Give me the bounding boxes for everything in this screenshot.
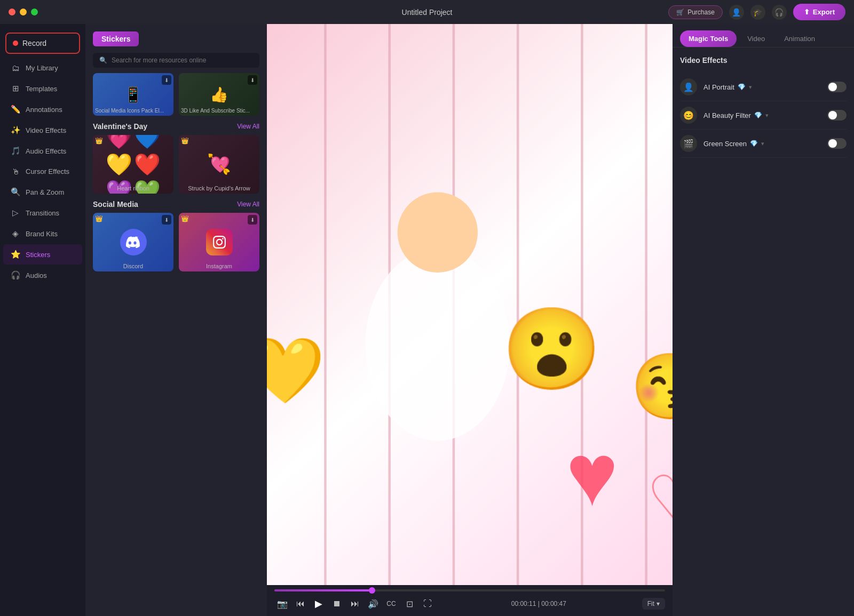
export-button[interactable]: ⬆ Export (793, 4, 845, 20)
caption-button[interactable]: CC (383, 596, 399, 612)
transitions-icon: ▷ (11, 208, 20, 218)
app-title: Untitled Project (402, 8, 453, 17)
download-icon-discord[interactable]: ⬇ (162, 215, 171, 225)
sidebar-item-templates[interactable]: ⊞ Templates (3, 78, 82, 99)
social-card-0[interactable]: 📱 ⬇ Social Media Icons Pack El... (93, 73, 173, 116)
dropdown-icon-2[interactable]: ▾ (761, 140, 764, 147)
volume-button[interactable]: 🔊 (365, 596, 381, 612)
close-button[interactable] (9, 9, 15, 15)
social-view-all[interactable]: View All (237, 201, 259, 208)
minimize-button[interactable] (20, 9, 27, 15)
library-icon: 🗂 (11, 63, 20, 73)
stop-button[interactable]: ⏹ (329, 596, 345, 612)
social-media-grid: 👑 ⬇ Discord 👑 (93, 213, 259, 271)
sidebar-item-brand-kits[interactable]: ◈ Brand Kits (3, 223, 82, 244)
record-dot-icon (13, 41, 18, 46)
stickers-title: Stickers (93, 31, 139, 46)
valentines-grid: 👑 💗💙 💛❤️ 💜💚 Heart ribbon 👑 💘 (93, 135, 259, 194)
sticker-label-discord: Discord (95, 263, 171, 269)
annotations-icon: ✏️ (11, 105, 20, 114)
learn-icon[interactable]: 🎓 (750, 5, 765, 20)
crown-icon-3: 👑 (181, 215, 189, 222)
sidebar-item-cursor-effects[interactable]: 🖱 Cursor Effects (3, 162, 82, 181)
purchase-button[interactable]: 🛒 Purchase (668, 5, 723, 19)
titlebar-right: 🛒 Purchase 👤 🎓 🎧 ⬆ Export (668, 4, 845, 20)
toggle-knob-1 (828, 111, 837, 119)
upload-icon: ⬆ (804, 8, 810, 16)
sticker-label-heart-ribbon: Heart ribbon (95, 185, 171, 191)
toggle-green-screen[interactable] (827, 138, 847, 149)
play-button[interactable]: ▶ (311, 596, 327, 612)
search-icon: 🔍 (99, 57, 107, 64)
stickers-scroll[interactable]: 📱 ⬇ Social Media Icons Pack El... 👍 ⬇ 3D… (85, 73, 267, 616)
skip-forward-button[interactable]: ⏭ (347, 596, 363, 612)
tab-magic-tools[interactable]: Magic Tools (680, 30, 737, 47)
search-box[interactable]: 🔍 (93, 53, 259, 68)
tab-animation[interactable]: Animation (776, 30, 824, 47)
skip-back-button[interactable]: ⏮ (292, 596, 309, 612)
tab-video[interactable]: Video (739, 30, 773, 47)
video-controls: 📷 ⏮ ▶ ⏹ ⏭ 🔊 CC ⊡ ⛶ 00:00:11 | 00:00:47 (267, 585, 673, 616)
dropdown-icon-0[interactable]: ▾ (749, 84, 752, 91)
progress-fill (274, 589, 372, 591)
video-effects-icon: ✨ (11, 125, 20, 135)
social-card-1[interactable]: 👍 ⬇ 3D Like And Subscribe Stic... (179, 73, 259, 116)
window-controls (9, 9, 38, 15)
templates-icon: ⊞ (11, 84, 20, 93)
magic-content: Video Effects 👤 AI Portrait 💎 ▾ (673, 47, 854, 166)
download-icon-1[interactable]: ⬇ (248, 75, 257, 85)
fit-button[interactable]: Fit ▾ (642, 598, 665, 610)
main-layout: Record 🗂 My Library ⊞ Templates ✏️ Annot… (0, 24, 854, 616)
magic-tools-panel: Magic Tools Video Animation Video Effect… (673, 24, 854, 616)
sidebar-item-pan-zoom[interactable]: 🔍 Pan & Zoom (3, 182, 82, 202)
sidebar-item-audio-effects[interactable]: 🎵 Audio Effects (3, 141, 82, 161)
sticker-card-cupid[interactable]: 👑 💘 Struck by Cupid's Arrow (179, 135, 259, 194)
video-area: 💛 😮 😚 ♥ ♡ 📷 ⏮ (267, 24, 673, 616)
brand-kits-icon: ◈ (11, 229, 20, 238)
record-button[interactable]: Record (5, 33, 80, 54)
stickers-header: Stickers 🔍 (85, 24, 267, 73)
sticker-card-heart-ribbon[interactable]: 👑 💗💙 💛❤️ 💜💚 Heart ribbon (93, 135, 173, 194)
search-input[interactable] (112, 57, 253, 64)
svg-text:♥: ♥ (566, 425, 618, 524)
support-icon[interactable]: 🎧 (772, 5, 787, 20)
magic-section-title: Video Effects (680, 56, 847, 65)
fullscreen-button[interactable]: ⛶ (420, 596, 436, 612)
valentines-title: Valentine's Day (93, 122, 147, 131)
sidebar-item-my-library[interactable]: 🗂 My Library (3, 58, 82, 78)
toggle-ai-beauty[interactable] (827, 110, 847, 121)
stickers-icon: ⭐ (11, 250, 20, 259)
screenshot-button[interactable]: 📷 (274, 596, 290, 612)
titlebar: Untitled Project 🛒 Purchase 👤 🎓 🎧 ⬆ Expo… (0, 0, 854, 24)
crown-icon-1: 👑 (181, 137, 189, 145)
svg-text:♡: ♡ (646, 463, 673, 534)
sidebar-item-video-effects[interactable]: ✨ Video Effects (3, 120, 82, 140)
sticker-card-discord[interactable]: 👑 ⬇ Discord (93, 213, 173, 271)
sticker-label-cupid: Struck by Cupid's Arrow (181, 185, 257, 191)
toggle-ai-portrait[interactable] (827, 82, 847, 92)
progress-thumb[interactable] (369, 587, 375, 594)
sidebar-item-stickers[interactable]: ⭐ Stickers (3, 244, 82, 265)
controls-left: 📷 ⏮ ▶ ⏹ ⏭ 🔊 CC ⊡ ⛶ (274, 596, 436, 612)
maximize-button[interactable] (31, 9, 38, 15)
account-icon[interactable]: 👤 (729, 5, 744, 20)
dropdown-icon-1[interactable]: ▾ (765, 112, 769, 119)
sidebar-item-annotations[interactable]: ✏️ Annotations (3, 99, 82, 119)
effect-info-green-screen: Green Screen 💎 ▾ (703, 140, 821, 148)
download-icon-0[interactable]: ⬇ (162, 75, 171, 85)
download-icon-instagram[interactable]: ⬇ (248, 215, 257, 225)
gem-icon-2: 💎 (750, 140, 758, 147)
pan-zoom-icon: 🔍 (11, 187, 20, 197)
audios-icon: 🎧 (11, 270, 20, 280)
sticker-label-instagram: Instagram (181, 263, 257, 269)
layout-button[interactable]: ⊡ (401, 596, 417, 612)
sidebar-item-audios[interactable]: 🎧 Audios (3, 265, 82, 285)
svg-point-8 (366, 249, 510, 441)
crown-icon-0: 👑 (95, 137, 103, 145)
content-area: Stickers 🔍 📱 ⬇ Social Media Icons Pack E… (85, 24, 854, 616)
sticker-card-instagram[interactable]: 👑 ⬇ Instagram (179, 213, 259, 271)
instagram-icon (206, 229, 233, 255)
valentines-view-all[interactable]: View All (237, 123, 259, 130)
progress-bar[interactable] (274, 589, 665, 591)
sidebar-item-transitions[interactable]: ▷ Transitions (3, 203, 82, 223)
